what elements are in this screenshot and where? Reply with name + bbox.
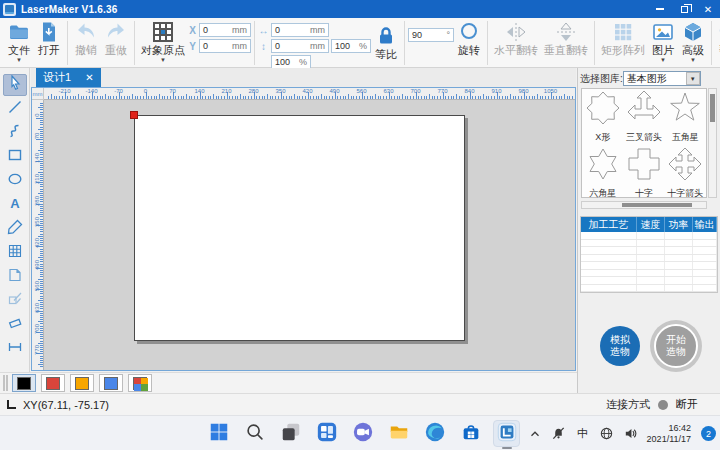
gallery-vertical-scrollbar[interactable] (708, 88, 717, 198)
ruler-label: 560 (356, 88, 366, 94)
shape-item-cross[interactable]: 十字 (623, 145, 664, 201)
flip-vertical-button[interactable]: 垂直翻转 (541, 20, 591, 57)
restore-button[interactable] (672, 0, 696, 18)
shape-item-six-point-star[interactable]: 六角星 (582, 145, 623, 201)
taskbar-app-widgets[interactable] (313, 420, 340, 447)
undo-label: 撤销 (75, 44, 97, 57)
open-button[interactable]: 打开 (34, 20, 64, 57)
eraser-tool-button[interactable] (3, 314, 27, 336)
file-button[interactable]: 文件 ▼ (4, 20, 34, 64)
axis-origin-icon (7, 400, 16, 409)
page-tool-button[interactable] (3, 266, 27, 288)
line-tool-button[interactable] (3, 98, 27, 120)
angle-input[interactable]: 90° (408, 28, 454, 42)
rectangle-tool-button[interactable] (3, 146, 27, 168)
ruler-tick (240, 94, 241, 99)
ellipse-tool-button[interactable] (3, 170, 27, 192)
close-button[interactable]: ✕ (696, 0, 720, 18)
process-table-cell (581, 240, 637, 247)
taskbar-app-task-view[interactable] (277, 420, 304, 447)
process-table-row[interactable] (581, 255, 717, 263)
advanced-button[interactable]: 高级 ▼ (678, 20, 708, 64)
ruler-tick (38, 364, 43, 365)
rotate-button[interactable]: 旋转 (454, 20, 484, 57)
process-table-row[interactable] (581, 262, 717, 270)
connection-label: 连接方式 (606, 397, 650, 412)
clock[interactable]: 16:42 2021/11/17 (647, 423, 691, 445)
ruler-tick (40, 319, 43, 320)
rect-array-button[interactable]: 矩形阵列 (598, 20, 648, 57)
taskbar-app-chat[interactable] (349, 420, 376, 447)
color-swatch-red[interactable] (41, 374, 65, 392)
object-origin-button[interactable]: 对象原点 ▼ (138, 20, 188, 64)
scale-width-input[interactable]: 100% (331, 39, 371, 53)
scrollbar-thumb[interactable] (622, 203, 692, 207)
minimize-button[interactable] (648, 0, 672, 18)
help-button[interactable]: ? 帮助 ▼ (715, 20, 720, 64)
width-input[interactable]: 0mm (271, 23, 329, 37)
ruler-tick (48, 96, 49, 99)
color-swatch-blue[interactable] (99, 374, 123, 392)
notification-muted-icon[interactable] (551, 426, 567, 442)
ime-indicator[interactable]: 中 (575, 426, 591, 442)
height-input[interactable]: 0mm (271, 39, 329, 53)
shape-item-five-point-star[interactable]: 五角星 (665, 89, 706, 145)
scale-height-input[interactable]: 100% (271, 55, 311, 69)
x-input[interactable]: 0mm (199, 23, 251, 37)
flip-horizontal-button[interactable]: 水平翻转 (491, 20, 541, 57)
ruler-tick (40, 122, 43, 123)
x-label: X (188, 25, 197, 36)
undo-button[interactable]: 撤销 (71, 20, 101, 57)
process-table-row[interactable] (581, 240, 717, 248)
taskbar-app-file-explorer[interactable] (385, 420, 412, 447)
start-button[interactable]: 开始造物 (650, 320, 702, 372)
y-input[interactable]: 0mm (199, 39, 251, 53)
tab-design1[interactable]: 设计1 ✕ (36, 68, 101, 87)
ruler-tick (572, 96, 573, 99)
system-tray: 中 16:42 2021/11/17 2 (527, 416, 716, 450)
origin-handle[interactable] (130, 111, 138, 119)
taskbar-app-lasermaker[interactable] (493, 420, 520, 447)
shape-item-cross-arrow[interactable]: 十字箭头 (665, 145, 706, 201)
redo-button[interactable]: 重做 (101, 20, 131, 57)
color-swatch-orange[interactable] (70, 374, 94, 392)
scrollbar-thumb[interactable] (710, 94, 715, 122)
hidden-icons-chevron[interactable] (527, 426, 543, 442)
network-globe-icon[interactable] (599, 426, 615, 442)
taskbar-app-start[interactable] (205, 420, 232, 447)
grid-tool-button[interactable] (3, 242, 27, 264)
speaker-icon[interactable] (623, 426, 639, 442)
color-swatch-multi[interactable] (128, 374, 152, 392)
simulate-button[interactable]: 模拟造物 (600, 326, 640, 366)
process-table-row[interactable] (581, 232, 717, 240)
process-table-row[interactable] (581, 285, 717, 293)
work-page[interactable] (134, 115, 465, 341)
node-edit-tool-button[interactable] (3, 290, 27, 312)
taskbar-app-edge[interactable] (421, 420, 448, 447)
ruler-tick (399, 96, 400, 99)
pen-tool-button[interactable] (3, 218, 27, 240)
process-table-row[interactable] (581, 247, 717, 255)
gallery-horizontal-scrollbar[interactable] (581, 201, 707, 209)
tab-close-icon[interactable]: ✕ (85, 72, 93, 83)
shape-item-three-way-arrow[interactable]: 三叉箭头 (623, 89, 664, 145)
select-tool-button[interactable] (3, 74, 27, 96)
process-table-row[interactable] (581, 277, 717, 285)
shape-item-x-shape[interactable]: X形 (582, 89, 623, 145)
lock-ratio-button[interactable]: 等比 (371, 20, 401, 61)
text-tool-button[interactable]: A (3, 194, 27, 216)
taskbar-app-search[interactable] (241, 420, 268, 447)
lock-ratio-label: 等比 (375, 48, 397, 61)
curve-tool-button[interactable] (3, 122, 27, 144)
dropdown-arrow-icon[interactable]: ▼ (686, 72, 700, 85)
palette-grip-handle[interactable] (3, 375, 8, 391)
taskbar-app-store[interactable] (457, 420, 484, 447)
dimension-tool-button[interactable] (3, 338, 27, 360)
library-select[interactable]: 基本图形 ▼ (623, 71, 701, 86)
process-table-row[interactable] (581, 270, 717, 278)
notification-badge[interactable]: 2 (701, 426, 716, 441)
ruler-tick (210, 96, 211, 99)
image-button[interactable]: 图片 ▼ (648, 20, 678, 64)
color-swatch-black[interactable] (12, 374, 36, 392)
canvas-viewport[interactable]: mm -210-140-7007014021028035042049056063… (31, 87, 576, 371)
